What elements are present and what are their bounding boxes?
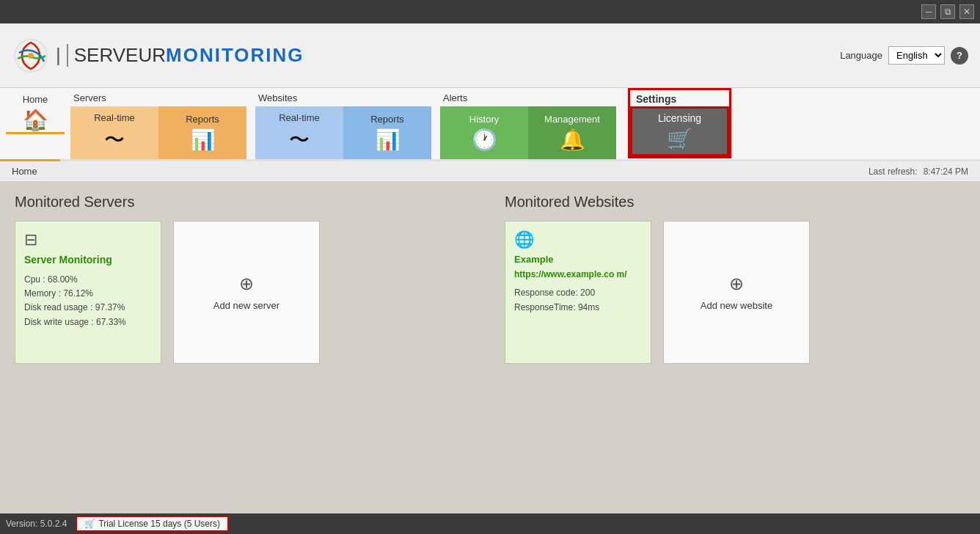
servers-section: Monitored Servers ⊟ Server Monitoring Cp…	[15, 194, 475, 364]
app-header: | SERVEUR MONITORING Language English ?	[0, 23, 980, 88]
servers-section-title: Monitored Servers	[15, 194, 475, 211]
refresh-label: Last refresh:	[869, 167, 918, 177]
websites-group: Websites Real-time 〜 Reports 📊	[255, 88, 431, 159]
website-card-response-code: Response code: 200	[514, 285, 642, 300]
refresh-time: 8:47:24 PM	[924, 167, 968, 177]
websites-section-title: Monitored Websites	[505, 194, 965, 211]
header-right: Language English ?	[840, 46, 968, 65]
website-card-url: https://www.example.co m/	[514, 269, 642, 279]
website-card-icon: 🌐	[514, 230, 642, 249]
websites-reports-tab[interactable]: Reports 📊	[343, 106, 431, 159]
servers-reports-tab[interactable]: Reports 📊	[158, 106, 246, 159]
settings-licensing-tab[interactable]: Licensing 🛒	[630, 106, 729, 156]
nav-bar: Home 🏠 Servers Real-time 〜 Reports 📊 Web…	[0, 88, 980, 161]
refresh-info: Last refresh: 8:47:24 PM	[869, 167, 968, 177]
add-server-card[interactable]: ⊕ Add new server	[173, 221, 320, 364]
servers-reports-icon: 📊	[190, 128, 216, 152]
websites-section: Monitored Websites 🌐 Example https://www…	[505, 194, 965, 364]
alerts-group: Alerts History 🕐 Management 🔔	[440, 88, 616, 159]
alerts-items: History 🕐 Management 🔔	[440, 106, 616, 159]
minimize-button[interactable]: ─	[921, 4, 936, 19]
websites-cards-row: 🌐 Example https://www.example.co m/ Resp…	[505, 221, 965, 364]
websites-realtime-label: Real-time	[279, 112, 320, 123]
server-card-disk-write: Disk write usage : 67.33%	[24, 315, 152, 329]
servers-reports-label: Reports	[186, 114, 219, 125]
restore-button[interactable]: ⧉	[940, 4, 955, 19]
server-card-icon: ⊟	[24, 230, 152, 249]
alerts-management-label: Management	[544, 114, 600, 125]
server-card-cpu: Cpu : 68.00%	[24, 273, 152, 287]
language-select[interactable]: English	[888, 46, 945, 65]
server-card-disk-read: Disk read usage : 97.37%	[24, 301, 152, 315]
trial-cart-icon: 🛒	[84, 519, 95, 529]
websites-realtime-icon: 〜	[289, 126, 310, 154]
servers-items: Real-time 〜 Reports 📊	[70, 106, 246, 159]
server-card-memory: Memory : 76.12%	[24, 287, 152, 301]
servers-realtime-label: Real-time	[94, 112, 135, 123]
website-card-response-time: ResponseTime: 94ms	[514, 300, 642, 315]
close-button[interactable]: ✕	[959, 4, 974, 19]
website-card[interactable]: 🌐 Example https://www.example.co m/ Resp…	[505, 221, 651, 364]
settings-group-wrapper: Settings Licensing 🛒	[628, 88, 731, 158]
alerts-group-label: Alerts	[440, 88, 616, 106]
logo-icon	[12, 37, 50, 75]
settings-items: Licensing 🛒	[630, 106, 729, 156]
add-server-label: Add new server	[213, 300, 279, 311]
websites-reports-label: Reports	[370, 114, 404, 125]
home-tab[interactable]: Home 🏠	[6, 88, 65, 132]
logo-area: | SERVEUR MONITORING	[12, 37, 304, 75]
servers-group: Servers Real-time 〜 Reports 📊	[70, 88, 246, 159]
alerts-history-label: History	[469, 114, 499, 125]
trial-text: Trial License 15 days (5 Users)	[98, 519, 220, 529]
alerts-history-tab[interactable]: History 🕐	[440, 106, 528, 159]
websites-group-label: Websites	[255, 88, 431, 106]
alerts-management-icon: 🔔	[560, 128, 585, 152]
svg-point-1	[28, 53, 34, 59]
servers-cards-row: ⊟ Server Monitoring Cpu : 68.00% Memory …	[15, 221, 475, 364]
servers-realtime-icon: 〜	[104, 126, 125, 154]
status-bar: Version: 5.0.2.4 🛒 Trial License 15 days…	[0, 513, 980, 534]
breadcrumb-bar: Home Last refresh: 8:47:24 PM	[0, 161, 980, 182]
servers-group-label: Servers	[70, 88, 246, 106]
websites-reports-icon: 📊	[375, 128, 401, 152]
main-content: Monitored Servers ⊟ Server Monitoring Cp…	[0, 182, 980, 376]
alerts-management-tab[interactable]: Management 🔔	[528, 106, 616, 159]
settings-group-label: Settings	[630, 90, 729, 106]
version-text: Version: 5.0.2.4	[6, 519, 67, 529]
add-website-icon: ⊕	[729, 274, 744, 294]
add-website-label: Add new website	[701, 300, 772, 311]
website-card-name: Example	[514, 254, 642, 265]
logo-text: | SERVEUR MONITORING	[56, 44, 304, 67]
server-card[interactable]: ⊟ Server Monitoring Cpu : 68.00% Memory …	[15, 221, 161, 364]
servers-realtime-tab[interactable]: Real-time 〜	[70, 106, 158, 159]
trial-badge[interactable]: 🛒 Trial License 15 days (5 Users)	[76, 516, 229, 532]
server-card-name: Server Monitoring	[24, 254, 152, 266]
home-tab-indicator	[0, 159, 60, 161]
home-icon: 🏠	[23, 108, 48, 132]
websites-realtime-tab[interactable]: Real-time 〜	[255, 106, 343, 159]
settings-licensing-icon: 🛒	[667, 127, 692, 151]
settings-licensing-label: Licensing	[658, 112, 701, 124]
title-bar: ─ ⧉ ✕	[0, 0, 980, 23]
websites-items: Real-time 〜 Reports 📊	[255, 106, 431, 159]
help-button[interactable]: ?	[951, 47, 968, 65]
alerts-history-icon: 🕐	[472, 128, 497, 152]
add-website-card[interactable]: ⊕ Add new website	[663, 221, 810, 364]
breadcrumb-text: Home	[12, 166, 37, 177]
add-server-icon: ⊕	[239, 274, 254, 294]
language-label: Language	[840, 50, 882, 61]
home-label: Home	[23, 94, 48, 105]
